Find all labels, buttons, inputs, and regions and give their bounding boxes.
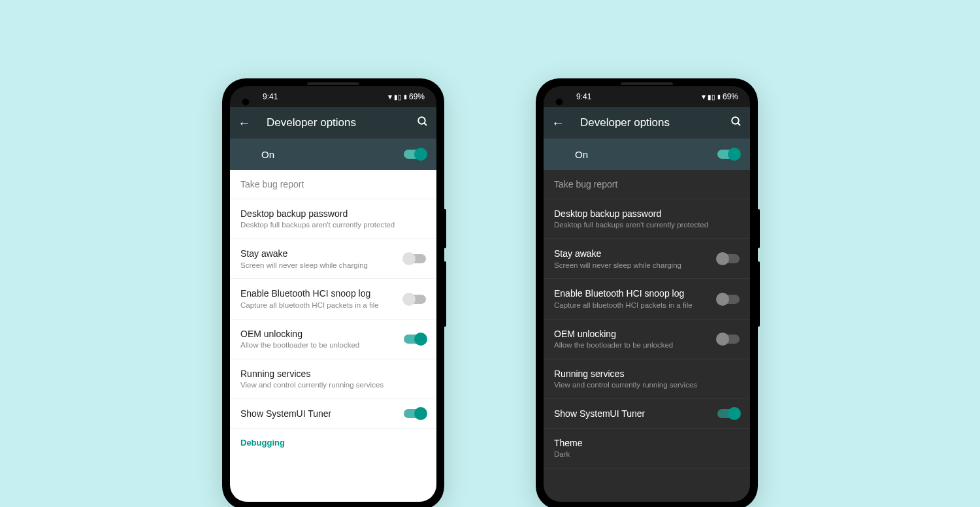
setting-subtitle: View and control currently running servi…	[554, 380, 740, 390]
phone-camera	[242, 98, 250, 106]
setting-title: OEM unlocking	[240, 328, 396, 340]
page-title: Developer options	[267, 116, 401, 129]
svg-line-1	[424, 123, 427, 125]
toggle-switch[interactable]	[717, 335, 740, 344]
setting-title: Stay awake	[554, 248, 710, 259]
setting-title: Take bug report	[240, 178, 426, 190]
setting-title: Desktop backup password	[554, 208, 740, 220]
setting-subtitle: Dark	[554, 450, 740, 459]
setting-subtitle: Allow the bootloader to be unlocked	[240, 340, 396, 350]
status-time: 9:41	[263, 92, 278, 101]
setting-show-systemui-tuner[interactable]: Show SystemUI Tuner	[230, 399, 436, 429]
master-toggle-switch[interactable]	[717, 150, 740, 159]
signal-icon: ▮▯	[394, 93, 402, 101]
toggle-switch[interactable]	[404, 409, 426, 418]
setting-title: Desktop backup password	[240, 208, 426, 220]
status-bar: 9:41 ▾ ▮▯ ▮ 69%	[544, 86, 750, 107]
setting-show-systemui-tuner[interactable]: Show SystemUI Tuner	[544, 399, 750, 429]
status-bar: 9:41 ▾ ▮▯ ▮ 69%	[230, 86, 436, 107]
back-icon[interactable]: ←	[238, 116, 251, 131]
phone-speaker	[307, 82, 359, 85]
setting-bluetooth-hci-snoop[interactable]: Enable Bluetooth HCI snoop log Capture a…	[544, 279, 750, 319]
battery-icon: ▮	[717, 93, 721, 100]
setting-oem-unlocking[interactable]: OEM unlocking Allow the bootloader to be…	[230, 319, 436, 359]
phone-dark: 9:41 ▾ ▮▯ ▮ 69% ← Developer options On T…	[536, 78, 758, 507]
setting-desktop-backup-password[interactable]: Desktop backup password Desktop full bac…	[544, 199, 750, 239]
setting-subtitle: Screen will never sleep while charging	[240, 261, 396, 270]
setting-subtitle: Desktop full backups aren't currently pr…	[240, 220, 426, 230]
setting-title: Running services	[554, 368, 740, 380]
battery-icon: ▮	[404, 93, 407, 100]
battery-percent: 69%	[409, 92, 425, 101]
setting-subtitle: Desktop full backups aren't currently pr…	[554, 220, 740, 230]
toggle-switch[interactable]	[404, 295, 426, 304]
setting-theme[interactable]: Theme Dark	[544, 429, 750, 468]
setting-bluetooth-hci-snoop[interactable]: Enable Bluetooth HCI snoop log Capture a…	[230, 279, 436, 319]
setting-subtitle: View and control currently running servi…	[240, 380, 426, 390]
setting-subtitle: Capture all bluetooth HCI packets in a f…	[554, 301, 710, 310]
svg-point-0	[418, 117, 425, 124]
toggle-switch[interactable]	[404, 335, 426, 344]
search-icon[interactable]	[730, 116, 742, 131]
settings-list: Take bug report Desktop backup password …	[544, 170, 750, 502]
toggle-switch[interactable]	[717, 409, 740, 418]
svg-line-3	[738, 123, 740, 125]
setting-desktop-backup-password[interactable]: Desktop backup password Desktop full bac…	[230, 199, 436, 239]
setting-subtitle: Allow the bootloader to be unlocked	[554, 340, 710, 350]
setting-title: Enable Bluetooth HCI snoop log	[240, 287, 396, 299]
page-title: Developer options	[580, 116, 715, 129]
setting-take-bug-report[interactable]: Take bug report	[544, 170, 750, 199]
setting-running-services[interactable]: Running services View and control curren…	[544, 359, 750, 399]
status-icons: ▾ ▮▯ ▮ 69%	[388, 92, 425, 101]
setting-subtitle: Screen will never sleep while charging	[554, 261, 710, 270]
setting-take-bug-report[interactable]: Take bug report	[230, 170, 436, 199]
battery-percent: 69%	[723, 92, 738, 101]
setting-title: Enable Bluetooth HCI snoop log	[554, 287, 710, 299]
master-toggle-switch[interactable]	[404, 150, 426, 159]
toggle-switch[interactable]	[717, 254, 740, 263]
master-toggle-label: On	[575, 149, 588, 160]
wifi-icon: ▾	[388, 92, 392, 101]
phone-speaker	[621, 82, 673, 85]
phone-camera	[555, 98, 563, 106]
setting-title: Show SystemUI Tuner	[554, 408, 710, 419]
master-toggle-label: On	[261, 149, 274, 160]
master-toggle-row[interactable]: On	[230, 139, 436, 170]
app-bar: ← Developer options	[230, 107, 436, 139]
status-icons: ▾ ▮▯ ▮ 69%	[702, 92, 738, 101]
setting-title: Take bug report	[554, 178, 740, 190]
app-bar: ← Developer options	[544, 107, 750, 139]
svg-point-2	[732, 117, 739, 124]
back-icon[interactable]: ←	[551, 116, 564, 131]
setting-stay-awake[interactable]: Stay awake Screen will never sleep while…	[544, 239, 750, 279]
phone-light: 9:41 ▾ ▮▯ ▮ 69% ← Developer options On T…	[222, 78, 444, 507]
setting-oem-unlocking[interactable]: OEM unlocking Allow the bootloader to be…	[544, 319, 750, 359]
master-toggle-row[interactable]: On	[544, 139, 750, 170]
setting-running-services[interactable]: Running services View and control curren…	[230, 359, 436, 399]
setting-title: Running services	[240, 368, 426, 380]
toggle-switch[interactable]	[717, 295, 740, 304]
wifi-icon: ▾	[702, 92, 706, 101]
setting-subtitle: Capture all bluetooth HCI packets in a f…	[240, 301, 396, 310]
setting-title: Theme	[554, 437, 740, 449]
setting-stay-awake[interactable]: Stay awake Screen will never sleep while…	[230, 239, 436, 279]
settings-list: Take bug report Desktop backup password …	[230, 170, 436, 502]
status-time: 9:41	[576, 92, 591, 101]
section-header-debugging: Debugging	[230, 429, 436, 453]
setting-title: Stay awake	[240, 248, 396, 259]
signal-icon: ▮▯	[708, 93, 715, 101]
toggle-switch[interactable]	[404, 254, 426, 263]
setting-title: Show SystemUI Tuner	[240, 408, 396, 419]
setting-title: OEM unlocking	[554, 328, 710, 340]
search-icon[interactable]	[417, 116, 429, 131]
